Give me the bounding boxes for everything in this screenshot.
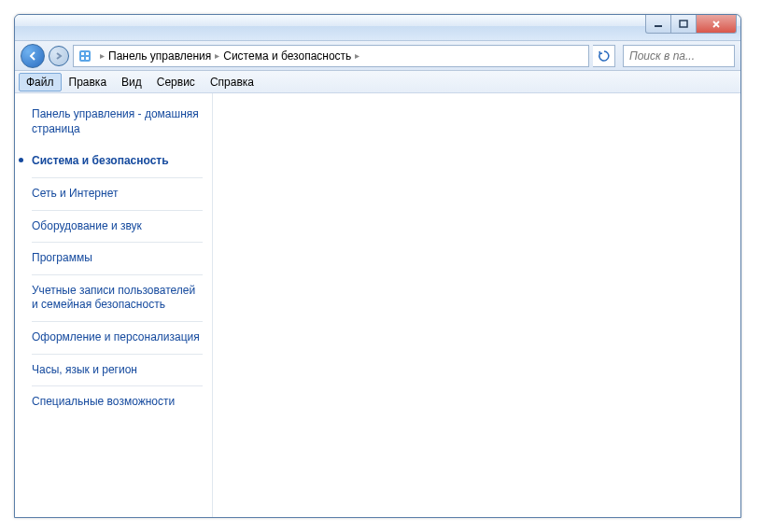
menu-edit[interactable]: Правка	[62, 73, 115, 91]
sidebar-item[interactable]: Специальные возможности	[32, 390, 203, 414]
chevron-right-icon: ▸	[100, 50, 105, 61]
menu-help[interactable]: Справка	[203, 73, 261, 91]
back-button[interactable]	[21, 44, 45, 68]
sidebar-item[interactable]: Система и безопасность	[32, 149, 203, 174]
breadcrumb[interactable]: ▸ Панель управления ▸ Система и безопасн…	[73, 45, 589, 67]
svg-rect-1	[680, 21, 687, 27]
menu-file[interactable]: Файл	[19, 73, 62, 91]
forward-button[interactable]	[49, 46, 69, 66]
control-panel-icon	[78, 49, 92, 63]
sidebar-home-link[interactable]: Панель управления - домашняя страница	[32, 106, 203, 136]
maximize-button[interactable]	[670, 15, 697, 34]
control-panel-window: ▸ Панель управления ▸ Система и безопасн…	[14, 14, 741, 518]
sidebar-item[interactable]: Программы	[32, 246, 203, 271]
sidebar-item[interactable]: Учетные записи пользователей и семейная …	[32, 279, 203, 317]
close-button[interactable]	[696, 15, 737, 34]
breadcrumb-item-control-panel[interactable]: Панель управления	[108, 49, 211, 63]
titlebar	[15, 15, 740, 41]
chevron-right-icon: ▸	[355, 50, 359, 61]
menu-service[interactable]: Сервис	[149, 73, 203, 91]
address-bar: ▸ Панель управления ▸ Система и безопасн…	[15, 41, 740, 71]
sidebar-item[interactable]: Сеть и Интернет	[32, 182, 203, 206]
sidebar-item[interactable]: Часы, язык и регион	[32, 358, 203, 383]
chevron-right-icon: ▸	[215, 50, 219, 61]
menu-bar: Файл Правка Вид Сервис Справка	[15, 71, 740, 93]
menu-view[interactable]: Вид	[114, 73, 149, 91]
sidebar-item[interactable]: Оборудование и звук	[32, 215, 203, 239]
refresh-button[interactable]	[593, 45, 615, 67]
svg-rect-5	[81, 57, 84, 60]
svg-rect-2	[79, 50, 91, 62]
breadcrumb-item-system-security[interactable]: Система и безопасность	[223, 49, 351, 63]
svg-rect-6	[86, 57, 89, 60]
svg-rect-4	[86, 52, 89, 55]
search-input[interactable]	[623, 45, 735, 67]
svg-rect-3	[81, 52, 84, 55]
main-content	[213, 93, 740, 517]
svg-rect-0	[655, 25, 662, 27]
sidebar-item[interactable]: Оформление и персонализация	[32, 326, 203, 350]
sidebar: Панель управления - домашняя страница Си…	[15, 93, 213, 517]
minimize-button[interactable]	[645, 15, 671, 34]
